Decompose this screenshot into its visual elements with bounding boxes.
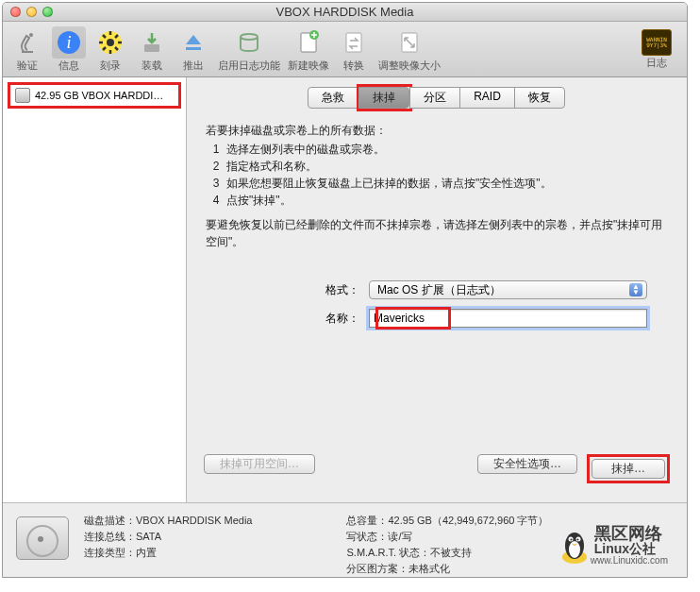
sidebar: 42.95 GB VBOX HARDDI… bbox=[3, 77, 187, 502]
toolbar-new-image[interactable]: 新建映像 bbox=[288, 26, 329, 73]
name-input[interactable] bbox=[369, 309, 647, 328]
svg-point-4 bbox=[107, 39, 114, 46]
tab-raid[interactable]: RAID bbox=[459, 87, 515, 109]
burn-icon bbox=[97, 29, 124, 56]
intro-text: 若要抹掉磁盘或宗卷上的所有数据： bbox=[206, 122, 668, 139]
erase-form: 格式： Mac OS 扩展（日志式） ▲▼ 名称： bbox=[204, 280, 670, 337]
svg-text:i: i bbox=[66, 33, 71, 52]
format-select[interactable]: Mac OS 扩展（日志式） ▲▼ bbox=[369, 280, 647, 299]
svg-point-7 bbox=[241, 34, 258, 40]
name-label: 名称： bbox=[204, 311, 369, 327]
tab-firstaid[interactable]: 急救 bbox=[308, 87, 358, 109]
toolbar-burn[interactable]: 刻录 bbox=[93, 26, 127, 73]
instructions: 若要抹掉磁盘或宗卷上的所有数据： 选择左侧列表中的磁盘或宗卷。 指定格式和名称。… bbox=[204, 118, 670, 258]
resize-icon bbox=[396, 29, 423, 56]
harddisk-icon bbox=[15, 88, 30, 103]
svg-point-17 bbox=[570, 538, 572, 540]
convert-icon bbox=[341, 29, 367, 56]
toolbar-verify[interactable]: 验证 bbox=[10, 26, 44, 73]
toolbar-mount[interactable]: 装载 bbox=[135, 26, 169, 73]
sidebar-disk-item[interactable]: 42.95 GB VBOX HARDDI… bbox=[8, 82, 181, 109]
toolbar-info[interactable]: i 信息 bbox=[52, 26, 86, 73]
svg-rect-6 bbox=[186, 47, 201, 50]
footer-left: 磁盘描述：VBOX HARDDISK Media 连接总线：SATA 连接类型：… bbox=[84, 513, 252, 568]
microscope-icon bbox=[14, 29, 41, 56]
info-icon: i bbox=[56, 29, 82, 56]
watermark: 黑区网络 Linux公社 www.Linuxidc.com bbox=[558, 525, 668, 566]
mount-icon bbox=[139, 29, 165, 56]
disk-label: 42.95 GB VBOX HARDDI… bbox=[35, 90, 163, 101]
tabs: 急救 抹掉 分区 RAID 恢复 bbox=[204, 87, 670, 109]
security-options-button[interactable]: 安全性选项… bbox=[477, 454, 577, 474]
warning-icon: WARNIN 9Y7|3% bbox=[642, 29, 672, 56]
warn-text: 要避免恢复以前已经删除的文件而不抹掉宗卷，请选择左侧列表中的宗卷，并点按"抹掉可… bbox=[206, 216, 668, 250]
tab-erase[interactable]: 抹掉 bbox=[358, 87, 409, 109]
step-1: 选择左侧列表中的磁盘或宗卷。 bbox=[206, 141, 668, 158]
toolbar-enable-journal[interactable]: 启用日志功能 bbox=[218, 26, 280, 73]
svg-point-18 bbox=[576, 538, 578, 540]
tab-restore[interactable]: 恢复 bbox=[514, 87, 565, 109]
format-label: 格式： bbox=[204, 282, 369, 298]
erase-free-space-button[interactable]: 抹掉可用空间… bbox=[204, 454, 315, 474]
harddisk-large-icon bbox=[16, 516, 69, 560]
button-row: 抹掉可用空间… 安全性选项… 抹掉… bbox=[204, 445, 670, 493]
svg-rect-5 bbox=[144, 44, 159, 52]
svg-point-14 bbox=[569, 541, 580, 558]
toolbar-resize[interactable]: 调整映像大小 bbox=[378, 26, 441, 73]
step-3: 如果您想要阻止恢复磁盘上已抹掉的数据，请点按"安全性选项"。 bbox=[206, 175, 668, 192]
erase-button[interactable]: 抹掉… bbox=[592, 459, 665, 479]
titlebar: VBOX HARDDISK Media bbox=[3, 3, 687, 22]
svg-rect-10 bbox=[346, 33, 361, 52]
toolbar-convert[interactable]: 转换 bbox=[337, 26, 371, 73]
window-title: VBOX HARDDISK Media bbox=[3, 5, 687, 19]
new-image-icon bbox=[295, 29, 322, 56]
tux-icon bbox=[558, 527, 591, 565]
footer-right: 总容量：42.95 GB（42,949,672,960 字节） 写状态：读/写 … bbox=[346, 513, 548, 568]
zoom-button[interactable] bbox=[42, 7, 53, 17]
step-4: 点按"抹掉"。 bbox=[206, 192, 668, 209]
journal-icon bbox=[236, 29, 262, 56]
disk-utility-window: VBOX HARDDISK Media 验证 i 信息 刻录 装载 推出 启用日… bbox=[2, 2, 688, 578]
step-2: 指定格式和名称。 bbox=[206, 158, 668, 175]
toolbar-log[interactable]: WARNIN 9Y7|3% 日志 bbox=[642, 29, 672, 70]
close-button[interactable] bbox=[10, 7, 21, 17]
minimize-button[interactable] bbox=[26, 7, 37, 17]
tab-partition[interactable]: 分区 bbox=[409, 87, 460, 109]
main-panel: 急救 抹掉 分区 RAID 恢复 若要抹掉磁盘或宗卷上的所有数据： 选择左侧列表… bbox=[187, 77, 687, 502]
svg-point-0 bbox=[29, 33, 33, 37]
toolbar: 验证 i 信息 刻录 装载 推出 启用日志功能 新建映像 转换 bbox=[3, 22, 687, 77]
traffic-lights bbox=[3, 7, 53, 17]
eject-icon bbox=[180, 29, 207, 56]
toolbar-eject[interactable]: 推出 bbox=[176, 26, 210, 73]
